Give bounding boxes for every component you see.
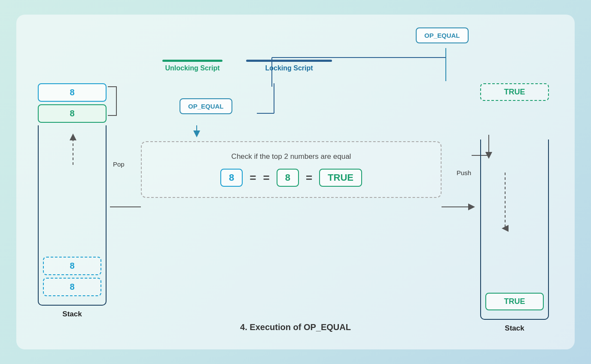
eq-sign2: = [263, 171, 269, 185]
locking-label: Locking Script [265, 64, 313, 72]
right-true-top-box: TRUE [480, 83, 549, 101]
push-label: Push [457, 169, 471, 176]
right-true-bottom-box: TRUE [485, 293, 544, 310]
right-stack-label: Stack [480, 324, 549, 333]
eq-sign1: = [250, 171, 256, 185]
left-stack-container: 8 8 [38, 125, 107, 306]
op-equal-mid-box: OP_EQUAL [180, 98, 232, 114]
left-stack-area: 8 8 Pop 8 8 Stack [38, 83, 107, 318]
unlocking-bar [162, 60, 222, 62]
left-stack-label: Stack [38, 310, 107, 318]
eq-sign3: = [306, 171, 312, 185]
right-stack-area: TRUE Push TRUE Stack [480, 83, 549, 333]
right-stack-container: TRUE [480, 140, 549, 320]
eq-num1: 8 [220, 169, 243, 187]
left-stack-item-bottom: 8 [43, 278, 101, 296]
left-stack-item-top: 8 [43, 257, 101, 275]
right-true-top: TRUE [480, 83, 549, 101]
eq-num2: 8 [277, 169, 299, 187]
operation-description: Check if the top 2 numbers are equal [155, 152, 428, 161]
popped-item-bottom: 8 [38, 104, 107, 123]
unlocking-label: Unlocking Script [165, 64, 219, 72]
op-equal-top-box: OP_EQUAL [416, 27, 469, 43]
equation: 8 = = 8 = TRUE [155, 169, 428, 187]
main-card: Unlocking Script Locking Script OP_EQUAL… [16, 15, 575, 349]
popped-item-top: 8 [38, 83, 107, 102]
left-stack-items: 8 8 [43, 257, 101, 296]
operation-box: Check if the top 2 numbers are equal 8 =… [141, 141, 442, 198]
pop-label: Pop [113, 161, 125, 168]
popped-items: 8 8 [38, 83, 107, 123]
locking-bar [246, 60, 332, 62]
eq-result: TRUE [319, 169, 362, 187]
